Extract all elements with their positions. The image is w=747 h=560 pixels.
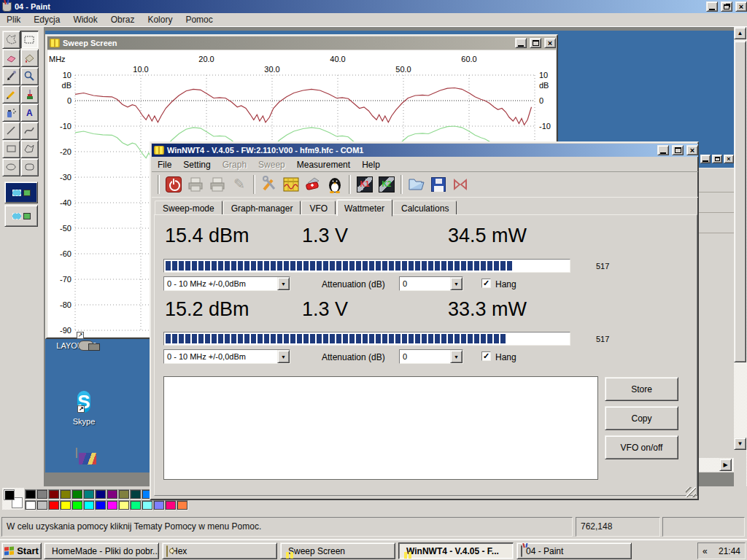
desktop-icon-skype[interactable]: S↗ Skype xyxy=(58,389,109,426)
palette-color-00ff80[interactable] xyxy=(130,500,142,510)
k1-calibrate-icon[interactable]: K1 xyxy=(354,174,376,195)
winnwt-menu-file[interactable]: File xyxy=(152,158,177,171)
disconnect-icon[interactable] xyxy=(449,174,471,195)
paint-menu-edycja[interactable]: Edycja xyxy=(27,13,66,26)
paint-tool-magnifier-icon[interactable] xyxy=(20,67,39,85)
tool-option-opaque[interactable] xyxy=(4,182,38,203)
sweep-maximize-button[interactable] xyxy=(530,38,541,48)
tool-option-transparent[interactable] xyxy=(4,205,38,227)
palette-color-c0c0c0[interactable] xyxy=(36,500,48,510)
taskbar-item-winnwt[interactable]: WinNWT4 - V.4.05 - F... xyxy=(398,542,514,559)
paint-restore-button[interactable] xyxy=(721,1,732,12)
palette-color-00ff00[interactable] xyxy=(71,500,83,510)
copy-button[interactable]: Copy xyxy=(605,406,678,430)
palette-color-0000ff[interactable] xyxy=(95,500,107,510)
vertical-scrollbar-thumb[interactable] xyxy=(734,41,746,362)
winnwt-menu-help[interactable]: Help xyxy=(356,158,386,171)
winnwt-minimize-button[interactable] xyxy=(657,145,669,155)
scroll-down-icon[interactable]: ▼ xyxy=(734,438,746,450)
edit-pen-icon[interactable]: ✎ xyxy=(228,174,250,195)
paint-tool-polygon-icon[interactable] xyxy=(20,140,39,158)
desktop-icon-layout50[interactable]: ↗ LAYOUT50 xyxy=(51,339,102,350)
palette-color-80ffff[interactable] xyxy=(142,500,153,510)
folder-open-icon[interactable] xyxy=(406,174,427,195)
sweep-close-button[interactable]: × xyxy=(544,38,556,48)
channel2-hang-checkbox[interactable]: ✓ xyxy=(481,351,491,361)
paint-menu-widok[interactable]: Widok xyxy=(66,13,104,26)
paint-tool-airbrush-icon[interactable] xyxy=(2,104,20,122)
palette-color-800080[interactable] xyxy=(107,489,118,499)
vfo-onoff-button[interactable]: VFO on/off xyxy=(605,435,678,459)
scroll-up-icon[interactable]: ▲ xyxy=(734,27,746,39)
palette-color-ffff00[interactable] xyxy=(60,500,71,510)
paint-tool-eraser-icon[interactable] xyxy=(2,49,20,67)
paint-tool-pencil-icon[interactable] xyxy=(2,85,20,104)
start-button[interactable]: Start xyxy=(1,542,42,559)
taskbar-item-hex[interactable]: Hex xyxy=(162,542,277,559)
desktop-icon-image-file[interactable] xyxy=(51,448,102,457)
tab-graph-manager[interactable]: Graph-manager xyxy=(223,201,301,215)
paint-tool-select-icon[interactable] xyxy=(20,31,39,49)
tray-collapse-icon[interactable]: « xyxy=(703,546,708,556)
palette-color-ffffff[interactable] xyxy=(25,500,36,510)
palette-color-ffff80[interactable] xyxy=(118,500,130,510)
paint-menu-plik[interactable]: Plik xyxy=(0,13,27,26)
paint-tool-curve-icon[interactable] xyxy=(20,122,39,140)
paint-menu-obraz[interactable]: Obraz xyxy=(104,13,142,26)
paint-tool-brush-icon[interactable] xyxy=(20,85,39,104)
scroll-right-icon[interactable]: ▶ xyxy=(719,459,732,471)
power-icon[interactable] xyxy=(163,174,185,195)
palette-color-008000[interactable] xyxy=(71,489,83,499)
winnwt-menu-measurement[interactable]: Measurement xyxy=(291,158,356,171)
paint-vertical-scrollbar[interactable]: ▲ ▼ xyxy=(734,27,747,486)
channel2-attenuation-select[interactable]: 0 ▼ xyxy=(399,349,463,364)
paint-close-button[interactable]: × xyxy=(735,1,747,12)
taskbar-item-paint[interactable]: 04 - Paint xyxy=(516,542,632,559)
paint-tool-free-select-icon[interactable] xyxy=(2,31,20,49)
paint-tool-line-icon[interactable] xyxy=(2,122,20,140)
chevron-down-icon[interactable]: ▼ xyxy=(277,277,290,290)
winnwt-maximize-button[interactable] xyxy=(672,145,684,155)
palette-color-808040[interactable] xyxy=(118,489,130,499)
sweep-minimize-button[interactable] xyxy=(515,38,527,48)
taskbar-item-sweep[interactable]: Sweep Screen xyxy=(280,542,395,559)
paint-tool-color-picker-icon[interactable] xyxy=(2,67,20,85)
paint-tool-rectangle-icon[interactable] xyxy=(2,140,20,158)
palette-color-000000[interactable] xyxy=(25,489,36,499)
print-portrait-icon[interactable] xyxy=(185,174,206,195)
chevron-down-icon[interactable]: ▼ xyxy=(450,277,462,290)
wattmeter-log-list[interactable] xyxy=(163,376,598,480)
paint-menu-pomoc[interactable]: Pomoc xyxy=(179,13,219,26)
palette-color-808080[interactable] xyxy=(36,489,48,499)
palette-color-ff0080[interactable] xyxy=(165,500,177,510)
print-landscape-icon[interactable] xyxy=(206,174,228,195)
tab-wattmeter[interactable]: Wattmeter xyxy=(336,199,392,217)
chevron-down-icon[interactable]: ▼ xyxy=(277,350,290,363)
paint-tool-text-icon[interactable]: A xyxy=(20,104,39,122)
taskbar-item-firefox[interactable]: HomeMade - Pliki do pobr... xyxy=(44,542,159,559)
palette-color-ff0000[interactable] xyxy=(48,500,60,510)
tab-sweep-mode[interactable]: Sweep-mode xyxy=(155,201,222,215)
tools-icon[interactable] xyxy=(258,174,280,195)
paint-menu-kolory[interactable]: Kolory xyxy=(141,13,179,26)
tab-calculations[interactable]: Calculations xyxy=(393,201,457,215)
swiss-knife-icon[interactable] xyxy=(302,174,324,195)
palette-color-800000[interactable] xyxy=(48,489,60,499)
channel1-attenuation-select[interactable]: 0 ▼ xyxy=(399,276,463,291)
paint-minimize-button[interactable] xyxy=(706,1,718,12)
paint-tool-fill-icon[interactable] xyxy=(20,49,39,67)
channel1-hang-checkbox[interactable]: ✓ xyxy=(481,279,491,288)
tab-vfo[interactable]: VFO xyxy=(301,201,336,215)
paint-tool-rounded-rectangle-icon[interactable] xyxy=(20,158,39,176)
palette-color-ff00ff[interactable] xyxy=(107,500,118,510)
palette-color-008080[interactable] xyxy=(83,489,95,499)
sweep-window-icon[interactable] xyxy=(280,174,302,195)
palette-color-00ffff[interactable] xyxy=(83,500,95,510)
palette-color-004040[interactable] xyxy=(130,489,142,499)
foreground-background-color-selector[interactable] xyxy=(2,488,24,510)
save-floppy-icon[interactable] xyxy=(427,174,449,195)
palette-color-ff8040[interactable] xyxy=(177,500,188,510)
winnwt-menu-setting[interactable]: Setting xyxy=(177,158,216,171)
palette-color-808000[interactable] xyxy=(60,489,71,499)
palette-color-000080[interactable] xyxy=(95,489,107,499)
